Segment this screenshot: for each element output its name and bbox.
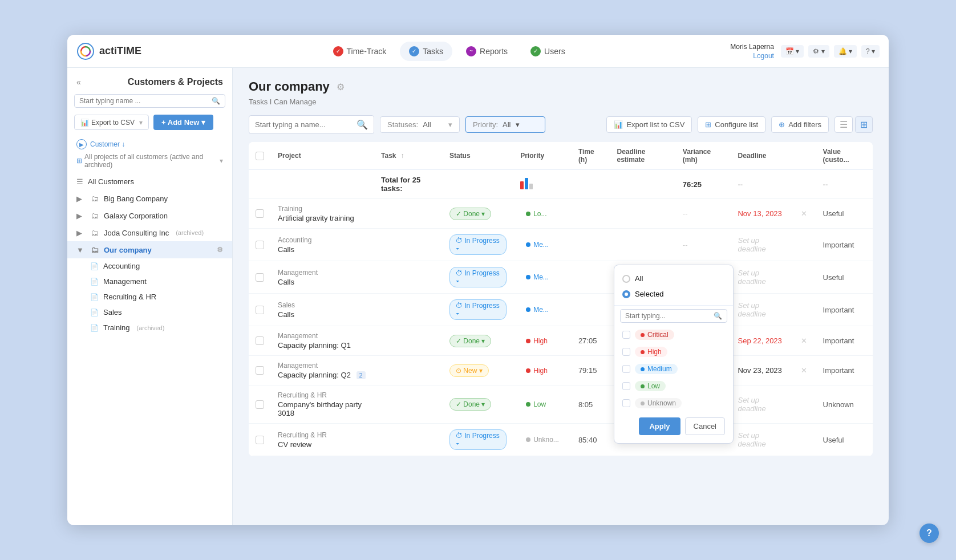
logout-link[interactable]: Logout xyxy=(753,52,774,60)
grid-view-btn[interactable]: ⊞ xyxy=(855,116,873,133)
apply-btn[interactable]: Apply xyxy=(639,417,680,435)
unknown-label: Unknown xyxy=(647,399,676,407)
priority-option-critical[interactable]: Critical xyxy=(614,326,733,343)
cancel-btn[interactable]: Cancel xyxy=(685,417,725,435)
sidebar-collapse-btn[interactable]: « xyxy=(76,78,81,87)
configure-list-btn[interactable]: ⊞ Configure list xyxy=(698,116,765,133)
calendar-icon-btn[interactable]: 📅 ▾ xyxy=(781,45,804,58)
remove-icon-5[interactable]: ✕ xyxy=(801,366,807,375)
status-badge-2[interactable]: ⏱ In Progress ▾ xyxy=(449,267,507,287)
sidebar-item-recruiting[interactable]: 📄 Recruiting & HR xyxy=(67,289,232,305)
variance-cell-0: -- xyxy=(676,199,731,229)
our-company-label: Our company xyxy=(104,246,152,254)
sidebar-search-input[interactable] xyxy=(79,97,209,105)
total-deadline: -- xyxy=(731,170,791,199)
bar-critical xyxy=(520,181,524,189)
sidebar-item-galaxy[interactable]: ▶ 🗂 Galaxy Corporation xyxy=(67,207,232,224)
unknown-checkbox[interactable] xyxy=(622,399,630,407)
priority-filter-select[interactable]: Priority: All ▾ xyxy=(465,116,545,133)
project-cell-4: Management xyxy=(278,332,367,340)
priority-option-unknown[interactable]: Unknown xyxy=(614,395,733,412)
row-checkbox-0[interactable] xyxy=(256,209,264,218)
low-checkbox[interactable] xyxy=(622,382,630,390)
view-subtitle: Tasks I Can Manage xyxy=(249,98,873,106)
joda-label: Joda Consulting Inc xyxy=(104,229,169,237)
sidebar-item-sales[interactable]: 📄 Sales xyxy=(67,305,232,320)
sidebar-item-management[interactable]: 📄 Management xyxy=(67,274,232,289)
help-button[interactable]: ? xyxy=(919,524,939,543)
select-all-checkbox[interactable] xyxy=(256,152,264,160)
est-cell-1 xyxy=(610,229,675,261)
sidebar-item-training[interactable]: 📄 Training (archived) xyxy=(67,320,232,335)
deadline-cell-4: Sep 22, 2023 xyxy=(731,326,791,356)
table-row: Training Artificial gravity training ✓ D… xyxy=(249,199,873,229)
row-checkbox-1[interactable] xyxy=(256,241,264,249)
export-list-btn[interactable]: 📊 Export list to CSV xyxy=(606,116,692,133)
critical-chip: Critical xyxy=(635,330,674,340)
deadline-cell-6[interactable]: Set up deadline xyxy=(731,385,791,424)
status-filter-select[interactable]: Statuses: All ▾ xyxy=(380,116,460,133)
nav-tab-reports[interactable]: ~ Reports xyxy=(457,42,517,61)
priority-search-icon: 🔍 xyxy=(714,312,722,320)
deadline-cell-7[interactable]: Set up deadline xyxy=(731,424,791,456)
remove-icon-4[interactable]: ✕ xyxy=(801,336,807,345)
row-checkbox-6[interactable] xyxy=(256,400,264,409)
status-badge-3[interactable]: ⏱ In Progress ▾ xyxy=(449,299,507,320)
table-row: Management Calls ⏱ In Progress ▾ Me... -… xyxy=(249,261,873,294)
row-checkbox-3[interactable] xyxy=(256,306,264,314)
status-badge-7[interactable]: ⏱ In Progress ▾ xyxy=(449,429,507,450)
add-filters-btn[interactable]: ⊕ Add filters xyxy=(771,116,829,133)
radio-all[interactable]: All xyxy=(614,271,733,286)
our-company-settings-icon[interactable]: ⚙ xyxy=(217,246,223,254)
row-checkbox-7[interactable] xyxy=(256,436,264,444)
priority-option-medium[interactable]: Medium xyxy=(614,360,733,378)
toolbar: 🔍 Statuses: All ▾ Priority: All ▾ 📊 Expo… xyxy=(249,115,873,134)
bar-high xyxy=(525,178,528,189)
time-cell-2 xyxy=(572,261,610,294)
sidebar-item-joda[interactable]: ▶ 🗂 Joda Consulting Inc (archived) xyxy=(67,224,232,241)
nav-tab-users[interactable]: ✓ Users xyxy=(521,42,574,61)
deadline-cell-2[interactable]: Set up deadline xyxy=(731,261,791,294)
row-checkbox-2[interactable] xyxy=(256,273,264,282)
our-company-expand: ▼ xyxy=(76,246,86,254)
medium-checkbox[interactable] xyxy=(622,365,630,373)
remove-icon-0[interactable]: ✕ xyxy=(801,209,807,218)
priority-filter-label: Priority: xyxy=(473,120,498,129)
deadline-cell-3[interactable]: Set up deadline xyxy=(731,294,791,326)
sidebar-item-big-bang[interactable]: ▶ 🗂 Big Bang Company xyxy=(67,190,232,207)
priority-search-input[interactable] xyxy=(625,312,711,320)
nav-tab-timetrack[interactable]: ✓ Time-Track xyxy=(324,42,396,61)
status-badge-0[interactable]: ✓ Done ▾ xyxy=(449,208,491,220)
deadline-cell-1[interactable]: Set up deadline xyxy=(731,229,791,261)
export-csv-btn[interactable]: 📊 Export to CSV ▾ xyxy=(74,115,149,130)
list-view-btn[interactable]: ☰ xyxy=(835,116,853,133)
nav-tab-tasks[interactable]: ✓ Tasks xyxy=(400,42,452,61)
row-checkbox-4[interactable] xyxy=(256,336,264,345)
th-task[interactable]: Task ↑ xyxy=(374,142,443,170)
sidebar-title: Customers & Projects xyxy=(128,77,223,87)
customer-filter[interactable]: ▶ Customer ↓ xyxy=(67,136,232,153)
sidebar-item-accounting[interactable]: 📄 Accounting xyxy=(67,258,232,274)
training-icon: 📄 xyxy=(90,324,99,332)
value-cell-5: Important xyxy=(816,356,873,385)
radio-selected[interactable]: Selected xyxy=(614,286,733,302)
page-settings-icon[interactable]: ⚙ xyxy=(337,82,345,92)
task-search-input[interactable] xyxy=(255,120,353,129)
row-checkbox-5[interactable] xyxy=(256,366,264,375)
settings-icon-btn[interactable]: ⚙ ▾ xyxy=(808,45,829,58)
add-new-btn[interactable]: + Add New ▾ xyxy=(153,115,213,130)
priority-option-low[interactable]: Low xyxy=(614,378,733,395)
sidebar-item-our-company[interactable]: ▼ 🗂 Our company ⚙ xyxy=(67,241,232,258)
notifications-icon-btn[interactable]: 🔔 ▾ xyxy=(834,45,857,58)
status-badge-4[interactable]: ✓ Done ▾ xyxy=(449,335,491,347)
high-checkbox[interactable] xyxy=(622,348,630,356)
sidebar-item-all-customers[interactable]: ☰ All Customers xyxy=(67,173,232,190)
task-name-4: Capacity planning: Q1 xyxy=(278,341,367,350)
status-badge-1[interactable]: ⏱ In Progress ▾ xyxy=(449,234,507,255)
help-icon-btn[interactable]: ? ▾ xyxy=(861,45,880,58)
status-badge-6[interactable]: ✓ Done ▾ xyxy=(449,398,491,411)
project-cell-2: Management xyxy=(278,269,367,277)
critical-checkbox[interactable] xyxy=(622,331,630,339)
priority-option-high[interactable]: High xyxy=(614,343,733,360)
status-badge-5[interactable]: ⊙ New ▾ xyxy=(449,364,489,377)
